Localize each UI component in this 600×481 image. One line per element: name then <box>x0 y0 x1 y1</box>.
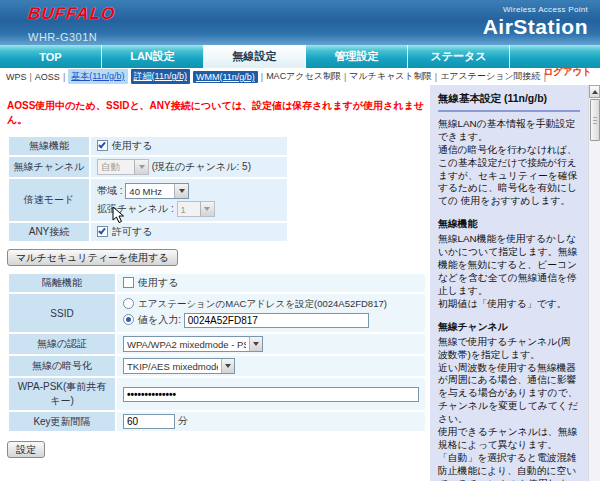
row-isolation: 隔離機能 使用する <box>9 274 425 292</box>
help-text: 無線LAN機能を使用するかしないかについて指定します。無線機能を無効にすると、ビ… <box>438 233 580 298</box>
chevron-down-icon <box>200 202 214 216</box>
multi-security-button[interactable]: マルチセキュリティーを使用する <box>7 249 178 266</box>
row-any-connection: ANY接続 許可する <box>9 223 287 241</box>
settings-content: AOSS使用中のため、SSIDと、ANY接続については、設定値は保存されますが使… <box>0 85 430 481</box>
wireless-function-checkbox-label: 使用する <box>112 140 152 151</box>
channel-select-value: 自動 <box>101 161 120 174</box>
row-wireless-function: 無線機能 使用する <box>9 137 287 155</box>
psk-label: WPA-PSK(事前共有キー) <box>9 378 115 410</box>
tab-lan-settings[interactable]: LAN設定 <box>102 45 204 68</box>
chevron-down-icon[interactable] <box>249 337 262 351</box>
submenu-separator: | <box>261 72 263 82</box>
ssid-manual-option-label: 値を入力: <box>138 314 181 325</box>
row-auth: 無線の認証 WPA/WPA2 mixedmode - PSK <box>9 334 425 354</box>
help-section-wireless-channel: 無線チャンネル <box>438 321 580 334</box>
psk-input[interactable] <box>123 387 419 402</box>
airstation-logo: AirStation <box>483 15 588 39</box>
extension-channel-select: 1 <box>177 201 215 217</box>
band-select-value: 40 MHz <box>129 186 162 197</box>
ssid-mac-option-label: エアステーションのMACアドレスを設定(0024A52FD817) <box>138 298 387 309</box>
any-connection-checkbox[interactable] <box>97 226 108 237</box>
help-text: 使用できるチャンネルは、無線規格によって異なります。 <box>438 426 580 452</box>
ssid-manual-radio[interactable] <box>123 314 134 325</box>
row-encryption: 無線の暗号化 TKIP/AES mixedmode <box>9 356 425 376</box>
any-connection-label: ANY接続 <box>9 223 89 241</box>
scroll-up-button[interactable] <box>589 85 600 98</box>
help-text: 無線で使用するチャンネル(周波数帯)を指定します。 <box>438 336 580 362</box>
ssid-label: SSID <box>9 294 115 332</box>
tab-status[interactable]: ステータス <box>408 45 510 68</box>
encryption-label: 無線の暗号化 <box>9 356 115 376</box>
encryption-select-value: TKIP/AES mixedmode <box>127 361 218 372</box>
row-turbo-mode: 倍速モード 帯域 : 40 MHz 拡張チャンネル : 1 <box>9 179 287 221</box>
turbo-mode-label: 倍速モード <box>9 179 89 221</box>
submenu-bridge[interactable]: エアステーション間接続 <box>440 70 540 83</box>
tab-wireless-settings[interactable]: 無線設定 <box>204 45 306 68</box>
help-scrollbar[interactable] <box>588 85 600 481</box>
row-wireless-channel: 無線チャンネル 自動 (現在のチャンネル: 5) <box>9 157 287 177</box>
check-icon <box>98 227 106 235</box>
chevron-down-icon[interactable] <box>221 359 234 373</box>
ssid-input[interactable] <box>184 313 369 328</box>
app-header: BUFFALO WHR-G301N Wireless Access Point … <box>0 0 600 45</box>
key-interval-unit: 分 <box>178 415 188 426</box>
row-key-interval: Key更新間隔 分 <box>9 412 425 431</box>
submenu-wmm-tab[interactable]: WMM(11n/g/b) <box>193 71 258 83</box>
model-name: WHR-G301N <box>28 31 97 43</box>
tab-admin-settings[interactable]: 管理設定 <box>306 45 408 68</box>
isolation-checkbox-label: 使用する <box>138 277 178 288</box>
mouse-cursor <box>112 206 126 224</box>
chevron-down-icon <box>134 160 148 174</box>
submenu-advanced-tab[interactable]: 詳細(11n/g/b) <box>131 69 190 84</box>
wireless-channel-label: 無線チャンネル <box>9 157 89 177</box>
help-text: 無線LANの基本情報を手動設定できます。 <box>438 118 580 144</box>
logout-link[interactable]: ログアウト <box>543 66 592 79</box>
submenu-multicast[interactable]: マルチキャスト制限 <box>349 70 431 83</box>
aoss-warning-text: AOSS使用中のため、SSIDと、ANY接続については、設定値は保存されますが使… <box>7 99 430 127</box>
band-label: 帯域 : <box>97 185 123 196</box>
key-interval-input[interactable] <box>123 414 175 429</box>
encryption-select[interactable]: TKIP/AES mixedmode <box>123 358 235 374</box>
auth-label: 無線の認証 <box>9 334 115 354</box>
wireless-function-checkbox[interactable] <box>97 140 108 151</box>
help-panel: 無線基本設定 (11n/g/b) 無線LANの基本情報を手動設定できます。 通信… <box>430 85 588 481</box>
isolation-checkbox[interactable] <box>123 277 134 288</box>
auth-select[interactable]: WPA/WPA2 mixedmode - PSK <box>123 336 263 352</box>
submenu-separator: | <box>344 72 346 82</box>
band-select[interactable]: 40 MHz <box>125 183 189 199</box>
tab-top[interactable]: TOP <box>0 45 102 68</box>
submenu-basic-tab[interactable]: 基本(11n/g/b) <box>68 69 127 84</box>
ssid-mac-radio[interactable] <box>123 298 134 309</box>
extension-channel-value: 1 <box>181 204 186 215</box>
check-icon <box>98 141 106 149</box>
channel-select: 自動 <box>97 159 149 175</box>
buffalo-logo: BUFFALO <box>27 4 116 24</box>
wireless-security-table: 隔離機能 使用する SSID エアステーションのMACアドレスを設定(0024A… <box>7 272 427 433</box>
wireless-basic-table: 無線機能 使用する 無線チャンネル 自動 (現在のチャンネル: 5) 倍速モード <box>7 135 289 243</box>
submenu-aoss[interactable]: AOSS <box>35 72 60 82</box>
row-psk: WPA-PSK(事前共有キー) <box>9 378 425 410</box>
submenu-wps[interactable]: WPS <box>6 72 27 82</box>
scrollbar-thumb[interactable] <box>590 99 600 141</box>
tab-bar-filler <box>510 45 600 68</box>
any-connection-checkbox-label: 許可する <box>112 226 152 237</box>
chevron-down-icon[interactable] <box>174 184 188 198</box>
airstation-brand: Wireless Access Point AirStation <box>483 5 588 39</box>
help-text: 近い周波数を使用する無線機器が周囲にある場合、通信に影響を与える場合がありますの… <box>438 362 580 427</box>
current-channel-note: (現在のチャンネル: 5) <box>152 161 251 172</box>
wireless-function-label: 無線機能 <box>9 137 89 155</box>
help-divider <box>438 110 580 112</box>
wireless-submenu: WPS | AOSS | 基本(11n/g/b) 詳細(11n/g/b) WMM… <box>0 68 600 85</box>
row-ssid: SSID エアステーションのMACアドレスを設定(0024A52FD817) 値… <box>9 294 425 332</box>
isolation-label: 隔離機能 <box>9 274 115 292</box>
apply-button[interactable]: 設定 <box>7 441 45 458</box>
key-interval-label: Key更新間隔 <box>9 412 115 431</box>
submenu-separator: | <box>63 72 65 82</box>
submenu-mac-filter[interactable]: MACアクセス制限 <box>266 70 341 83</box>
main-tab-bar: TOP LAN設定 無線設定 管理設定 ステータス <box>0 45 600 68</box>
submenu-separator: | <box>435 72 437 82</box>
brand-tagline: Wireless Access Point <box>483 5 588 14</box>
help-title: 無線基本設定 (11n/g/b) <box>438 92 580 106</box>
extension-channel-label: 拡張チャンネル : <box>97 203 174 214</box>
help-text: 通信の暗号化を行わなければ、この基本設定だけで接続が行えますが、セキュリティーを… <box>438 144 580 209</box>
